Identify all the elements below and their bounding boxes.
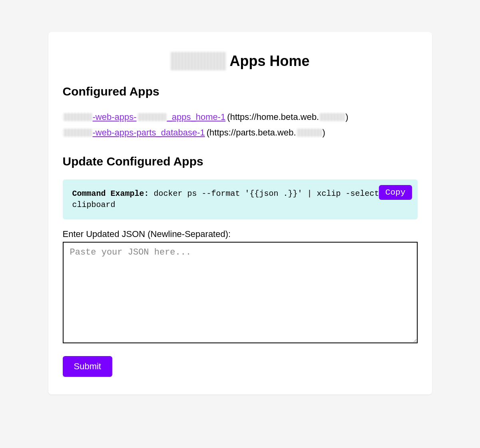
redacted-domain xyxy=(319,113,345,121)
app-link-suffix: _apps_home-1 xyxy=(167,110,226,125)
app-link-parts-database[interactable]: -web-apps-parts_database-1 xyxy=(63,125,205,141)
app-url-suffix: ) xyxy=(323,125,325,141)
configured-apps-list: -web-apps- _apps_home-1 (https://home.be… xyxy=(63,110,418,140)
redacted-prefix xyxy=(63,129,92,137)
app-link-middle: -web-apps- xyxy=(93,110,137,125)
app-link-middle: -web-apps-parts_database-1 xyxy=(93,125,205,141)
page-title: Apps Home xyxy=(63,52,418,70)
app-link-apps-home[interactable]: -web-apps- _apps_home-1 xyxy=(63,110,226,125)
redacted-domain xyxy=(297,129,322,137)
redacted-title-prefix xyxy=(170,52,226,70)
app-row: -web-apps-parts_database-1 (https://part… xyxy=(63,125,418,141)
app-url: (https://home.beta.web. ) xyxy=(227,110,348,125)
redacted-prefix xyxy=(63,113,92,121)
redacted-segment xyxy=(137,113,166,121)
command-example-box: Command Example: docker ps --format '{{j… xyxy=(63,179,418,219)
submit-button[interactable]: Submit xyxy=(63,356,112,377)
copy-button[interactable]: Copy xyxy=(379,185,412,200)
app-url: (https://parts.beta.web. ) xyxy=(207,125,325,141)
page-title-text: Apps Home xyxy=(229,53,309,70)
configured-apps-heading: Configured Apps xyxy=(63,85,418,98)
command-example-label: Command Example: xyxy=(72,189,149,198)
app-url-prefix: (https://home.beta.web. xyxy=(227,110,319,125)
update-apps-heading: Update Configured Apps xyxy=(63,155,418,168)
json-textarea[interactable] xyxy=(63,242,418,343)
main-card: Apps Home Configured Apps -web-apps- _ap… xyxy=(48,32,432,394)
app-url-prefix: (https://parts.beta.web. xyxy=(207,125,296,141)
app-row: -web-apps- _apps_home-1 (https://home.be… xyxy=(63,110,418,125)
json-textarea-label: Enter Updated JSON (Newline-Separated): xyxy=(63,229,418,239)
app-url-suffix: ) xyxy=(345,110,348,125)
